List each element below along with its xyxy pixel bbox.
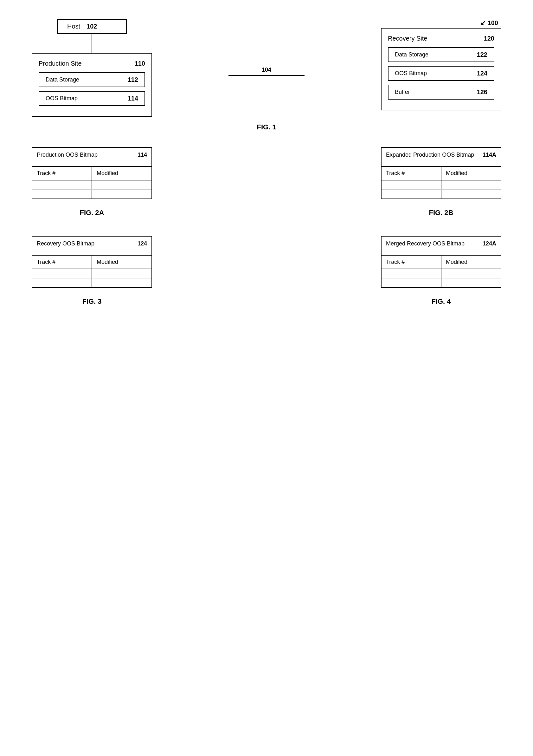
rec-oos-label: OOS Bitmap: [395, 70, 427, 77]
fig2a-row-1: [32, 180, 151, 190]
fig2a-col1-header: Track #: [32, 167, 92, 180]
fig3-r2c1: [32, 279, 92, 287]
fig3-header: Recovery OOS Bitmap 124: [32, 236, 151, 256]
fig4-header-ref: 124A: [483, 240, 496, 247]
rec-oos-bitmap-box: OOS Bitmap 124: [388, 66, 494, 81]
fig3-header-text: Recovery OOS Bitmap: [37, 240, 94, 247]
fig3-r1c2: [92, 269, 151, 278]
fig2b-col2-header: Modified: [442, 167, 501, 180]
connection-line-right: [266, 75, 305, 76]
rec-buffer-ref: 126: [477, 89, 487, 96]
prod-site-title: Production Site: [39, 60, 82, 67]
connection-ref: 104: [262, 67, 271, 73]
rec-data-storage-box: Data Storage 122: [388, 47, 494, 62]
fig3-col1-header: Track #: [32, 256, 92, 269]
fig2a-col2-header: Modified: [92, 167, 151, 180]
fig4-r1c1: [382, 269, 442, 278]
rec-buffer-box: Buffer 126: [388, 85, 494, 99]
host-box: Host 102: [57, 19, 127, 34]
fig2b-header-ref: 114A: [483, 151, 496, 158]
fig3-col-headers: Track # Modified: [32, 256, 151, 269]
fig4-row-1: [382, 269, 501, 279]
fig3-row-2: [32, 279, 151, 287]
fig2a-row-2: [32, 190, 151, 199]
prod-oos-label: OOS Bitmap: [46, 95, 78, 102]
fig34-captions-row: FIG. 3 FIG. 4: [19, 294, 514, 306]
fig1-section: Host 102 Production Site 110 Data Storag…: [19, 19, 514, 117]
fig1-connection: 104: [228, 67, 305, 76]
rec-site-ref: 120: [484, 35, 494, 42]
fig2b-header-text: Expanded Production OOS Bitmap: [386, 151, 474, 158]
fig2b-caption: FIG. 2B: [381, 209, 501, 217]
fig3-r2c2: [92, 279, 151, 287]
fig3-table: Recovery OOS Bitmap 124 Track # Modified: [32, 236, 152, 288]
prod-data-storage-ref: 112: [128, 76, 138, 83]
fig2a-caption: FIG. 2A: [32, 209, 152, 217]
fig2b-row-2: [382, 190, 501, 199]
fig1-caption: FIG. 1: [19, 123, 514, 131]
fig4-col-headers: Track # Modified: [382, 256, 501, 269]
fig4-r2c1: [382, 279, 442, 287]
fig2b-row-1: [382, 180, 501, 190]
fig2b-col-headers: Track # Modified: [382, 167, 501, 180]
rec-oos-ref: 124: [477, 70, 487, 77]
fig1-right: ↙ 100 Recovery Site 120 Data Storage 122…: [381, 19, 501, 110]
fig3-caption: FIG. 3: [32, 297, 152, 306]
host-to-prod-line: [91, 34, 92, 53]
rec-data-storage-label: Data Storage: [395, 51, 428, 58]
fig4-col1-header: Track #: [382, 256, 442, 269]
rec-site-title: Recovery Site: [388, 35, 427, 42]
fig4-row-2: [382, 279, 501, 287]
fig2b-r2c1: [382, 190, 442, 199]
rec-data-storage-ref: 122: [477, 51, 487, 58]
fig2a-r2c2: [92, 190, 151, 199]
fig2a-header: Production OOS Bitmap 114: [32, 148, 151, 167]
host-ref: 102: [87, 23, 97, 30]
fig4-col2-header: Modified: [442, 256, 501, 269]
fig2a-header-ref: 114: [138, 151, 147, 158]
recovery-site-box: Recovery Site 120 Data Storage 122 OOS B…: [381, 28, 501, 110]
fig3-row-1: [32, 269, 151, 279]
fig2a-r2c1: [32, 190, 92, 199]
fig2-row: Production OOS Bitmap 114 Track # Modifi…: [19, 147, 514, 199]
fig2b-col1-header: Track #: [382, 167, 442, 180]
fig2a-col-headers: Track # Modified: [32, 167, 151, 180]
fig2b-table: Expanded Production OOS Bitmap 114A Trac…: [381, 147, 501, 199]
fig2a-r1c2: [92, 180, 151, 189]
prod-oos-bitmap-box: OOS Bitmap 114: [39, 91, 145, 106]
fig2-captions-row: FIG. 2A FIG. 2B: [19, 205, 514, 217]
fig2b-r1c2: [442, 180, 501, 189]
host-label: Host: [67, 23, 80, 30]
prod-data-storage-label: Data Storage: [46, 76, 79, 83]
connection-line-left: [228, 75, 266, 76]
prod-site-ref: 110: [135, 60, 145, 67]
fig3-col2-header: Modified: [92, 256, 151, 269]
fig4-r1c2: [442, 269, 501, 278]
fig2a-r1c1: [32, 180, 92, 189]
fig4-header-text: Merged Recovery OOS Bitmap: [386, 240, 465, 247]
fig4-r2c2: [442, 279, 501, 287]
fig3-r1c1: [32, 269, 92, 278]
production-site-box: Production Site 110 Data Storage 112 OOS…: [32, 53, 152, 117]
prod-data-storage-box: Data Storage 112: [39, 72, 145, 87]
prod-oos-ref: 114: [128, 95, 138, 102]
fig4-table: Merged Recovery OOS Bitmap 124A Track # …: [381, 236, 501, 288]
fig4-header: Merged Recovery OOS Bitmap 124A: [382, 236, 501, 256]
fig2a-header-text: Production OOS Bitmap: [37, 151, 98, 158]
fig4-caption: FIG. 4: [381, 297, 501, 306]
fig3-header-ref: 124: [138, 240, 147, 247]
fig1-left: Host 102 Production Site 110 Data Storag…: [32, 19, 152, 117]
rec-buffer-label: Buffer: [395, 89, 410, 95]
prod-site-title-row: Production Site 110: [39, 60, 145, 67]
arrow-100: ↙ 100: [381, 19, 501, 27]
fig34-row: Recovery OOS Bitmap 124 Track # Modified…: [19, 236, 514, 288]
fig2b-header: Expanded Production OOS Bitmap 114A: [382, 148, 501, 167]
rec-site-title-row: Recovery Site 120: [388, 35, 494, 42]
fig2b-r2c2: [442, 190, 501, 199]
fig2a-table: Production OOS Bitmap 114 Track # Modifi…: [32, 147, 152, 199]
fig2b-r1c1: [382, 180, 442, 189]
